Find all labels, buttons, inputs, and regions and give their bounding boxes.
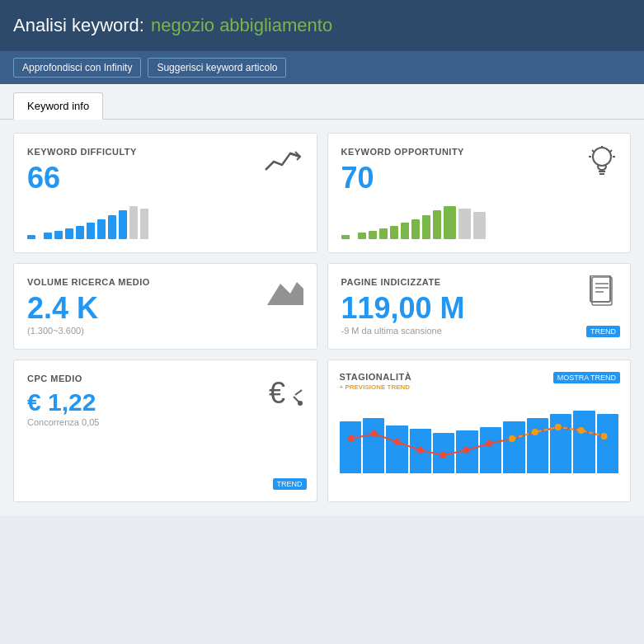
pagine-indicizzate-sub: -9 M da ultima scansione [341,326,618,336]
header-title: Analisi keyword: [13,15,144,36]
keyword-difficulty-chart [27,206,303,239]
pagine-indicizzate-card: PAGINE INDICIZZATE 119,00 M -9 M da ulti… [327,263,632,350]
cpc-medio-value: € 1,22 [27,388,303,416]
keyword-difficulty-card: KEYWORD DIFFICULTY 66 [13,133,317,253]
svg-rect-9 [590,275,610,302]
header-keyword: negozio abbigliamento [151,15,332,36]
svg-text:€: € [269,376,285,408]
keyword-opportunity-chart [341,206,618,239]
tab-keyword-info[interactable]: Keyword info [13,92,103,120]
document-icon [587,275,617,315]
keyword-opportunity-title: KEYWORD OPPORTUNITY [341,147,618,157]
main-content: KEYWORD DIFFICULTY 66 [0,120,644,515]
bottom-cards-row: CPC MEDIO € € 1,22 Concorrenza 0,05 TREN… [13,360,631,502]
volume-ricerca-title: VOLUME RICERCA MEDIO [27,277,303,287]
svg-rect-10 [592,277,612,305]
top-cards-grid: KEYWORD DIFFICULTY 66 [13,133,631,350]
previsione-label: + PREVISIONE TREND [340,383,619,391]
pagine-indicizzate-value: 119,00 M [341,292,618,325]
cpc-medio-trend-badge: TREND [273,478,307,490]
keyword-opportunity-value: 70 [341,162,618,195]
header: Analisi keyword: negozio abbigliamento [0,0,644,51]
cpc-medio-card: CPC MEDIO € € 1,22 Concorrenza 0,05 TREN… [13,360,317,502]
volume-ricerca-sub: (1.300~3.600) [27,326,303,336]
stagionalita-bars [340,399,619,473]
trend-icon [264,145,303,181]
toolbar: Approfondisci con Infinity Suggerisci ke… [0,51,644,84]
pagine-indicizzate-trend-badge: TREND [586,326,620,337]
svg-marker-8 [267,282,303,305]
approfondisci-button[interactable]: Approfondisci con Infinity [13,58,141,78]
volume-ricerca-value: 2.4 K [27,292,303,325]
mountain-chart-icon [267,275,303,312]
pagine-indicizzate-title: PAGINE INDICIZZATE [341,277,618,287]
svg-point-15 [298,401,303,406]
svg-point-0 [593,148,611,166]
stagionalita-card: STAGIONALITÀ + PREVISIONE TREND MOSTRA T… [327,360,632,502]
suggerisci-button[interactable]: Suggerisci keyword articolo [148,58,286,78]
stagionalita-chart [340,399,619,490]
keyword-difficulty-value: 66 [27,162,303,195]
keyword-opportunity-card: KEYWORD OPPORTUNITY 70 [327,133,632,253]
lightbulb-icon [587,145,617,185]
euro-icon: € [267,372,303,415]
volume-ricerca-card: VOLUME RICERCA MEDIO 2.4 K (1.300~3.600) [13,263,317,350]
svg-line-4 [610,150,612,152]
cpc-medio-title: CPC MEDIO [27,374,303,383]
mostra-trend-badge: MOSTRA TREND [553,372,620,383]
keyword-difficulty-title: KEYWORD DIFFICULTY [27,147,303,157]
tabs-bar: Keyword info [0,84,644,120]
cpc-medio-sub: Concorrenza 0,05 [27,417,303,427]
svg-line-5 [592,150,594,152]
